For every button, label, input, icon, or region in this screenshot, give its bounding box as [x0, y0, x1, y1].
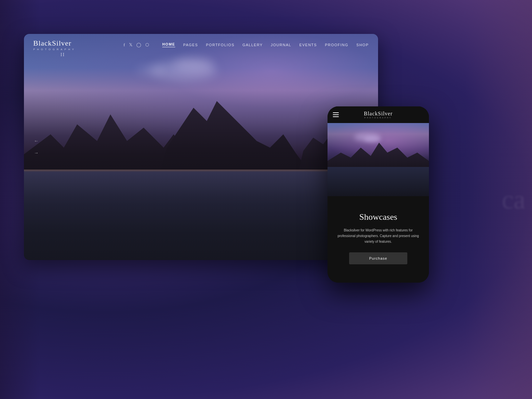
nav-journal[interactable]: JOURNAL — [271, 43, 291, 47]
desktop-nav-links: HOME PAGES PORTFOLIOS GALLERY JOURNAL EV… — [162, 42, 369, 47]
mobile-hero-image — [328, 123, 429, 196]
water-area — [24, 170, 378, 260]
mobile-logo-main: BlackSilver — [364, 111, 393, 117]
vimeo-icon[interactable]: ⬡ — [145, 42, 149, 48]
background-text: ca — [502, 185, 525, 215]
desktop-mockup: BlackSilver PHOTOGRAPHY f 𝕏 ◯ ⬡ HOME PAG… — [24, 34, 378, 260]
nav-proofing[interactable]: PROOFING — [325, 43, 348, 47]
slide-prev-button[interactable]: ← — [34, 138, 39, 144]
instagram-icon[interactable]: ◯ — [136, 42, 141, 48]
desktop-logo-main: BlackSilver — [33, 39, 76, 48]
cloud-3 — [137, 66, 164, 75]
purchase-button[interactable]: Purchase — [349, 252, 407, 264]
nav-events[interactable]: EVENTS — [299, 43, 317, 47]
nav-home[interactable]: HOME — [162, 42, 175, 47]
nav-shop[interactable]: SHOP — [356, 43, 369, 47]
hamburger-line-1 — [333, 112, 339, 113]
social-icons: f 𝕏 ◯ ⬡ — [124, 42, 149, 48]
desktop-nav-right: f 𝕏 ◯ ⬡ HOME PAGES PORTFOLIOS GALLERY JO… — [124, 42, 369, 48]
mountains-svg — [24, 81, 378, 181]
desktop-logo-sub: PHOTOGRAPHY — [33, 48, 76, 51]
svg-marker-1 — [157, 101, 317, 181]
slide-next-button[interactable]: → — [34, 150, 39, 156]
nav-gallery[interactable]: GALLERY — [242, 43, 263, 47]
nav-pages[interactable]: PAGES — [183, 43, 198, 47]
facebook-icon[interactable]: f — [124, 42, 125, 48]
mobile-logo: BlackSilver PHOTOGRAPHY — [364, 111, 393, 119]
desktop-nav: BlackSilver PHOTOGRAPHY f 𝕏 ◯ ⬡ HOME PAG… — [24, 34, 378, 56]
mobile-water — [328, 167, 429, 196]
mobile-logo-sub: PHOTOGRAPHY — [364, 117, 393, 119]
mobile-mockup: BlackSilver PHOTOGRAPHY Showcases Blacks… — [328, 106, 429, 283]
slideshow-controls: ← → — [34, 138, 39, 156]
pause-button[interactable]: II — [61, 52, 65, 58]
hamburger-line-3 — [333, 116, 339, 117]
desktop-logo: BlackSilver PHOTOGRAPHY — [33, 39, 76, 51]
cloud-2 — [174, 57, 213, 70]
mobile-bottom-section: Showcases Blacksilver for WordPress with… — [328, 196, 429, 283]
water-reflection — [24, 170, 378, 260]
twitter-icon[interactable]: 𝕏 — [129, 42, 132, 48]
sand-strip — [24, 170, 378, 172]
mobile-description-text: Blacksilver for WordPress with rich feat… — [335, 227, 421, 244]
mobile-showcases-title: Showcases — [359, 212, 397, 222]
mobile-header: BlackSilver PHOTOGRAPHY — [328, 106, 429, 123]
hamburger-line-2 — [333, 114, 339, 115]
mobile-menu-icon[interactable] — [333, 112, 339, 117]
desktop-hero-image — [24, 34, 378, 260]
nav-portfolios[interactable]: PORTFOLIOS — [206, 43, 235, 47]
